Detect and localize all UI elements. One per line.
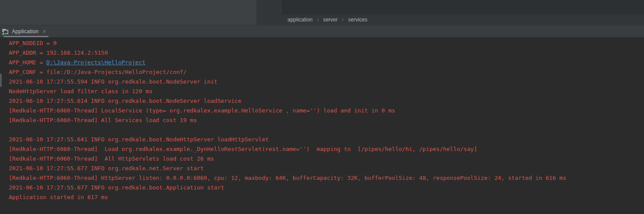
log-text: [Redkale-HTTP:6060-Thread] All HttpServl… <box>9 155 214 162</box>
log-text: [Redkale-HTTP:6060-Thread] LocalService … <box>9 107 395 114</box>
log-text: 2021-06-10 17:27:55.641 INFO org.redkale… <box>9 136 269 143</box>
chevron-right-icon: › <box>317 17 319 23</box>
log-text: [Redkale-HTTP:6060-Thread] All Services … <box>9 117 197 123</box>
console-line: 2021-06-10 17:27:55.594 INFO org.redkale… <box>9 77 644 87</box>
log-text: 2021-06-10 17:27:55.677 INFO org.redkale… <box>9 184 224 191</box>
close-icon[interactable]: × <box>42 28 47 35</box>
run-toolwindow-tab-bar: Application × <box>0 25 644 37</box>
tab-label: Application <box>12 28 38 35</box>
file-path-link[interactable]: D:\Java-Projects\HelloProject <box>46 59 145 66</box>
log-text: [Redkale-HTTP:6060-Thread] HttpServer li… <box>9 175 566 181</box>
top-left-panel <box>0 0 257 25</box>
breadcrumb-item-services[interactable]: services <box>348 17 367 23</box>
log-text: APP_NODEID = 0 <box>9 40 57 46</box>
breadcrumb: application › server › services <box>257 14 644 25</box>
editor-area <box>283 0 644 14</box>
console-line: Application started in 617 ms <box>9 193 644 202</box>
log-text: APP_HOME = <box>9 59 46 66</box>
console-line: APP_ADDR = 192.168.124.2:5150 <box>9 48 644 58</box>
editor-gutter-strip <box>257 0 283 14</box>
ide-window: application › server › services Applicat… <box>0 0 644 214</box>
console-line: [Redkale-HTTP:6060-Thread] LocalService … <box>9 106 644 116</box>
console-line: 2021-06-10 17:27:55.641 INFO org.redkale… <box>9 135 644 144</box>
log-text: 2021-06-10 17:27:55.594 INFO org.redkale… <box>9 78 217 85</box>
console-line: APP_HOME = D:\Java-Projects\HelloProject <box>9 58 644 67</box>
console-line: [Redkale-HTTP:6060-Thread] Load org.redk… <box>9 144 644 154</box>
console-scrollbar-thumb[interactable] <box>0 74 2 87</box>
console-line <box>9 125 644 135</box>
log-text: Application started in 617 ms <box>9 194 108 200</box>
log-text: APP_ADDR = 192.168.124.2:5150 <box>9 49 108 56</box>
chevron-right-icon: › <box>342 17 344 23</box>
console-line: APP_NODEID = 0 <box>9 39 644 48</box>
console-line: APP_CONF = file:/D:/Java-Projects/HelloP… <box>9 67 644 77</box>
console-line: [Redkale-HTTP:6060-Thread] HttpServer li… <box>9 173 644 183</box>
breadcrumb-item-application[interactable]: application <box>287 17 312 23</box>
console-line: [Redkale-HTTP:6060-Thread] All HttpServl… <box>9 154 644 164</box>
console-window-running-icon <box>2 28 9 35</box>
log-text: 2021-06-10 17:27:55.677 INFO org.redkale… <box>9 165 204 172</box>
console-line: 2021-06-10 17:27:55.677 INFO org.redkale… <box>9 164 644 173</box>
console-line: NodeHttpServer load filter class in 120 … <box>9 87 644 96</box>
log-text: APP_CONF = file:/D:/Java-Projects/HelloP… <box>9 69 187 75</box>
console-line: [Redkale-HTTP:6060-Thread] All Services … <box>9 116 644 125</box>
log-text: NodeHttpServer load filter class in 120 … <box>9 88 152 95</box>
log-text: 2021-06-10 17:27:55.614 INFO org.redkale… <box>9 98 241 104</box>
console-line: 2021-06-10 17:27:55.677 INFO org.redkale… <box>9 183 644 193</box>
console-output[interactable]: APP_NODEID = 0APP_ADDR = 192.168.124.2:5… <box>0 37 644 214</box>
running-indicator-dot <box>2 32 5 35</box>
log-text: [Redkale-HTTP:6060-Thread] Load org.redk… <box>9 146 477 152</box>
console-line: 2021-06-10 17:27:55.614 INFO org.redkale… <box>9 96 644 106</box>
breadcrumb-item-server[interactable]: server <box>323 17 337 23</box>
